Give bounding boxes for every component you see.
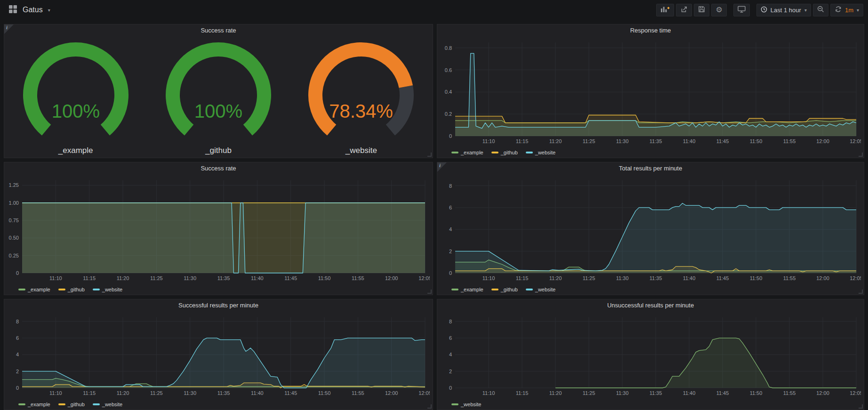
panel-title[interactable]: Success rate — [4, 162, 433, 176]
dashboard-grid-icon[interactable] — [8, 5, 17, 16]
x-tick-label: 11:10 — [482, 138, 495, 144]
gauge-value: 100% — [194, 101, 242, 121]
y-tick-label: 0 — [449, 385, 452, 391]
legend-item-_website[interactable]: _website — [93, 287, 122, 292]
legend-item-_example[interactable]: _example — [18, 287, 50, 292]
y-tick-label: 0 — [16, 385, 19, 391]
legend-color-dash — [93, 289, 100, 290]
x-tick-label: 11:50 — [318, 390, 331, 396]
unsuccessful-results-chart[interactable]: 0246811:1011:1511:2011:2511:3011:3511:40… — [440, 313, 861, 397]
x-tick-label: 11:20 — [549, 138, 562, 144]
panel-info-icon[interactable]: i — [437, 162, 447, 172]
x-tick-label: 11:35 — [217, 275, 230, 281]
panel-title[interactable]: Response time — [437, 24, 864, 38]
success-rate-chart[interactable]: 00.250.500.751.001.2511:1011:1511:2011:2… — [7, 176, 430, 282]
add-panel-button[interactable] — [656, 4, 674, 16]
gauge-_example: 100%_example — [4, 37, 147, 158]
series-area-_website — [455, 203, 856, 273]
legend-color-dash — [526, 289, 533, 290]
x-tick-label: 11:30 — [184, 275, 196, 281]
refresh-button[interactable]: 1m ▾ — [830, 4, 863, 16]
y-tick-label: 1.00 — [9, 200, 19, 206]
y-tick-label: 2 — [449, 249, 452, 254]
y-tick-label: 0.6 — [445, 67, 452, 73]
caret-down-icon: ▾ — [804, 8, 807, 13]
y-tick-label: 6 — [449, 205, 452, 210]
panel-resize-handle[interactable] — [427, 404, 432, 409]
y-tick-label: 0 — [16, 270, 19, 276]
add-panel-icon — [660, 6, 670, 14]
x-tick-label: 11:35 — [217, 390, 230, 396]
y-tick-label: 8 — [449, 319, 452, 324]
panel-resize-handle[interactable] — [859, 153, 863, 157]
x-tick-label: 12:05 — [418, 390, 430, 396]
x-tick-label: 11:30 — [184, 390, 196, 396]
legend-item-_example[interactable]: _example — [451, 150, 483, 155]
settings-button[interactable]: ⚙ — [711, 4, 726, 16]
time-range-button[interactable]: Last 1 hour ▾ — [756, 4, 811, 16]
legend-color-dash — [491, 289, 498, 290]
x-tick-label: 12:05 — [850, 390, 861, 396]
x-tick-label: 11:20 — [549, 275, 562, 281]
gauge-arc: 100% — [157, 37, 280, 145]
legend-color-dash — [491, 152, 498, 153]
refresh-interval-label: 1m — [845, 7, 853, 14]
response-time-chart[interactable]: 00.20.40.60.811:1011:1511:2011:2511:3011… — [440, 38, 861, 145]
total-results-chart[interactable]: 0246811:1011:1511:2011:2511:3011:3511:40… — [440, 176, 861, 282]
legend-item-_example[interactable]: _example — [451, 287, 483, 292]
series-area-_website — [22, 338, 425, 388]
y-tick-label: 0.75 — [9, 217, 19, 223]
panel-resize-handle[interactable] — [427, 289, 432, 294]
gauge-_github: 100%_github — [147, 37, 289, 158]
zoom-out-button[interactable] — [813, 4, 828, 16]
panel-success-rate-gauges: i Success rate 100%_example100%_github78… — [4, 24, 433, 158]
legend-series-name: _github — [68, 287, 85, 292]
share-button[interactable] — [676, 4, 692, 16]
panel-resize-handle[interactable] — [859, 289, 863, 294]
panel-unsuccessful-results: Unsuccessful results per minute 0246811:… — [437, 299, 864, 410]
legend-item-_website[interactable]: _website — [526, 287, 555, 292]
save-button[interactable] — [694, 4, 709, 16]
x-tick-label: 11:25 — [583, 275, 595, 281]
legend-item-_github[interactable]: _github — [58, 287, 85, 292]
save-icon — [698, 6, 705, 14]
panel-title[interactable]: Success rate — [4, 24, 433, 38]
dashboard-title[interactable]: Gatus — [23, 6, 43, 14]
dashboard-picker[interactable]: Gatus ▾ — [5, 5, 50, 16]
chart-legend: _example_github_website — [18, 402, 122, 407]
legend-item-_website[interactable]: _website — [451, 402, 481, 407]
legend-color-dash — [18, 403, 25, 405]
y-tick-label: 4 — [16, 352, 19, 357]
x-tick-label: 11:10 — [482, 390, 495, 396]
legend-color-dash — [451, 403, 458, 405]
panel-resize-handle[interactable] — [427, 153, 432, 157]
legend-series-name: _website — [535, 150, 555, 155]
x-tick-label: 11:45 — [284, 275, 297, 281]
panel-resize-handle[interactable] — [859, 404, 863, 409]
y-tick-label: 8 — [449, 183, 452, 189]
legend-item-_website[interactable]: _website — [526, 150, 555, 155]
panel-title[interactable]: Successful results per minute — [4, 299, 433, 313]
x-tick-label: 11:45 — [716, 390, 729, 396]
tv-mode-button[interactable] — [733, 4, 750, 16]
panel-title[interactable]: Total results per minute — [437, 162, 864, 176]
legend-item-_github[interactable]: _github — [58, 402, 85, 407]
gauge-label: _github — [205, 146, 232, 155]
series-area-_website — [555, 338, 856, 388]
panel-info-icon[interactable]: i — [4, 24, 14, 34]
legend-color-dash — [526, 152, 533, 153]
legend-item-_github[interactable]: _github — [491, 287, 518, 292]
dashboard-page: Gatus ▾ ⚙ — [0, 0, 868, 410]
y-tick-label: 8 — [16, 319, 19, 324]
legend-series-name: _website — [535, 287, 555, 292]
x-tick-label: 11:50 — [750, 138, 763, 144]
legend-item-_website[interactable]: _website — [93, 402, 122, 407]
legend-item-_example[interactable]: _example — [18, 402, 50, 407]
panel-title[interactable]: Unsuccessful results per minute — [437, 299, 864, 313]
successful-results-chart[interactable]: 0246811:1011:1511:2011:2511:3011:3511:40… — [7, 313, 430, 397]
x-tick-label: 11:30 — [616, 138, 629, 144]
x-tick-label: 11:10 — [482, 275, 495, 281]
legend-item-_github[interactable]: _github — [491, 150, 518, 155]
caret-down-icon: ▾ — [48, 8, 50, 13]
legend-series-name: _github — [501, 150, 518, 155]
